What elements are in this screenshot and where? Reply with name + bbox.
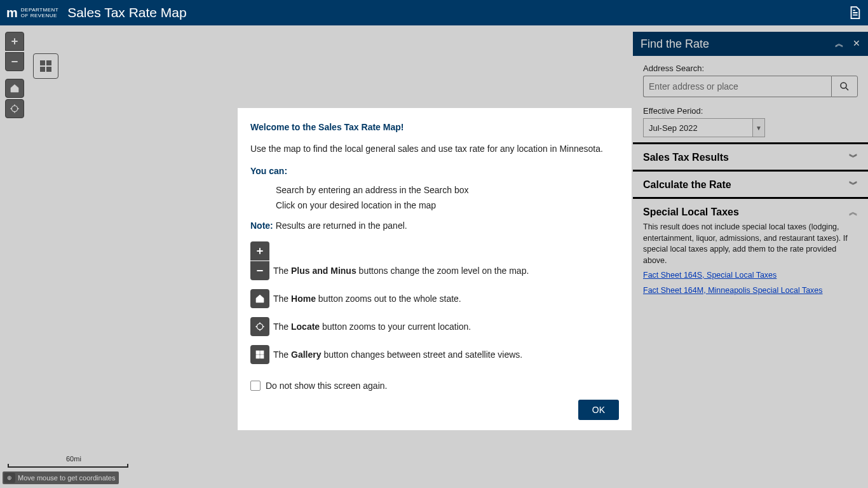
svg-rect-10 [261, 355, 264, 358]
dept-line1: DEPARTMENT [21, 7, 58, 13]
gallery-icon [250, 345, 269, 364]
app-header: m DEPARTMENT OF REVENUE Sales Tax Rate M… [0, 0, 868, 25]
help-zoom-row: The Plus and Minus buttons change the zo… [250, 241, 619, 280]
app-title: Sales Tax Rate Map [67, 5, 187, 20]
you-can-label: You can: [250, 165, 619, 177]
instruction-search: Search by entering an address in the Sea… [276, 184, 619, 196]
help-locate-text: The Locate button zooms to your current … [273, 317, 471, 336]
help-gallery-text: The Gallery button changes between stree… [273, 345, 522, 364]
help-home-row: The Home button zooms out to the whole s… [250, 289, 619, 308]
report-button[interactable] [845, 3, 864, 23]
do-not-show-row: Do not show this screen again. [250, 381, 619, 391]
ok-button[interactable]: OK [578, 400, 619, 420]
mn-logo: m DEPARTMENT OF REVENUE [6, 6, 58, 20]
note-text: Results are returned in the panel. [273, 220, 407, 231]
do-not-show-label: Do not show this screen again. [266, 381, 387, 391]
logo-dept-text: DEPARTMENT OF REVENUE [21, 7, 58, 18]
modal-intro: Use the map to find the local general sa… [250, 142, 619, 155]
welcome-modal: Welcome to the Sales Tax Rate Map! Use t… [238, 108, 632, 430]
note-label: Note: [250, 220, 273, 231]
dept-line2: OF REVENUE [21, 13, 58, 18]
instruction-click: Click on your desired location in the ma… [276, 199, 619, 212]
home-icon [250, 289, 269, 308]
locate-icon [250, 317, 269, 336]
help-home-text: The Home button zooms out to the whole s… [273, 289, 461, 308]
plus-icon [250, 241, 269, 261]
svg-rect-9 [256, 355, 259, 358]
help-zoom-text: The Plus and Minus buttons change the zo… [273, 261, 529, 280]
svg-rect-7 [256, 351, 259, 354]
minus-icon [250, 261, 269, 280]
note-line: Note: Results are returned in the panel. [250, 219, 619, 232]
do-not-show-checkbox[interactable] [250, 381, 261, 391]
svg-rect-8 [261, 351, 264, 354]
svg-point-6 [257, 323, 262, 329]
help-locate-row: The Locate button zooms to your current … [250, 317, 619, 336]
modal-title: Welcome to the Sales Tax Rate Map! [250, 121, 619, 133]
logo-mark: m [6, 6, 17, 20]
help-gallery-row: The Gallery button changes between stree… [250, 345, 619, 364]
document-icon [848, 4, 862, 21]
app-body: 60mi ⊕ Move mouse to get coordinates Fin… [0, 25, 868, 488]
